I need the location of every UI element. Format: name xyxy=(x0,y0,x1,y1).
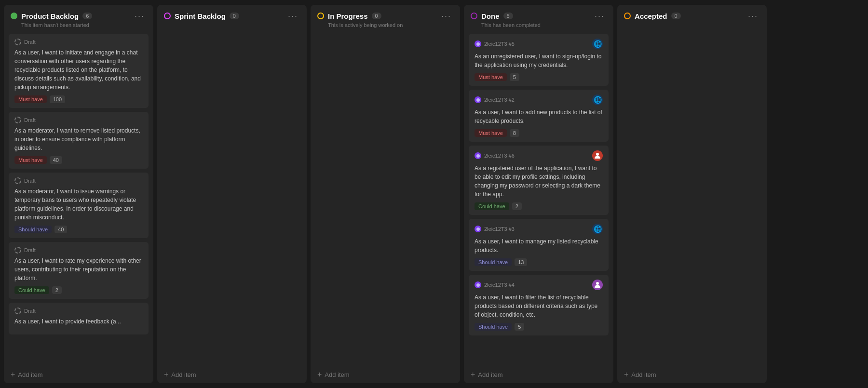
card[interactable]: 2leic12T3 #4As a user, I want to filter … xyxy=(469,275,609,335)
column-more-button[interactable]: ··· xyxy=(593,12,607,20)
add-item-label: Add item xyxy=(171,371,196,378)
card-avatar xyxy=(592,150,603,161)
card[interactable]: DraftAs a moderator, I want to remove li… xyxy=(9,112,149,169)
card-status: Draft xyxy=(24,178,36,184)
card[interactable]: 2leic12T3 #5🌐As an unregistered user, I … xyxy=(469,34,609,86)
points-badge: 40 xyxy=(50,156,62,164)
plus-icon: + xyxy=(471,371,475,378)
card-body: As a user, I want to initiate and engage… xyxy=(14,48,143,92)
add-item-button[interactable]: +Add item xyxy=(311,366,460,383)
add-item-button[interactable]: +Add item xyxy=(464,366,613,383)
add-item-label: Add item xyxy=(325,371,349,378)
column-more-button[interactable]: ··· xyxy=(133,12,147,20)
column-in-progress: In Progress0···This is actively being wo… xyxy=(311,5,460,383)
column-title-row: Sprint Backlog0··· xyxy=(164,12,300,20)
card-body: As an unregistered user, I want to sign-… xyxy=(475,52,603,69)
points-badge: 2 xyxy=(512,202,522,210)
column-title-row: Done5··· xyxy=(471,12,607,20)
status-dot xyxy=(471,13,477,19)
column-title-row: Product Backlog6··· xyxy=(11,12,147,20)
cards-container: 2leic12T3 #5🌐As an unregistered user, I … xyxy=(464,32,613,366)
add-item-button[interactable]: +Add item xyxy=(157,366,307,383)
column-more-button[interactable]: ··· xyxy=(439,12,453,20)
card-body: As a user, I want to rate my experience … xyxy=(14,256,143,282)
card-avatar: 🌐 xyxy=(592,39,603,49)
card-id-icon xyxy=(475,281,481,288)
points-badge: 5 xyxy=(515,323,524,331)
column-count: 0 xyxy=(671,13,681,19)
draft-icon xyxy=(14,308,21,314)
card-id-icon xyxy=(475,152,481,159)
draft-icon xyxy=(14,117,21,123)
card[interactable]: DraftAs a user, I want to provide feedba… xyxy=(9,303,149,334)
plus-icon: + xyxy=(624,371,628,378)
cards-container xyxy=(157,26,307,366)
status-dot xyxy=(11,13,17,19)
column-title: Sprint Backlog xyxy=(175,12,226,20)
card[interactable]: 2leic12T3 #3🌐As a user, I want to manage… xyxy=(469,219,609,271)
column-header-in-progress: In Progress0···This is actively being wo… xyxy=(311,5,460,32)
card-body: As a user, I want to add new products to… xyxy=(475,108,603,125)
points-badge: 2 xyxy=(52,286,62,294)
column-header-done: Done5···This has been completed xyxy=(464,5,613,32)
column-count: 0 xyxy=(230,13,239,19)
add-item-button[interactable]: +Add item xyxy=(617,366,767,383)
column-accepted: Accepted0···+Add item xyxy=(617,5,767,383)
column-count: 6 xyxy=(82,13,92,19)
column-product-backlog: Product Backlog6···This item hasn't been… xyxy=(4,5,153,383)
points-badge: 8 xyxy=(510,129,519,137)
card-id: 2leic12T3 #6 xyxy=(484,153,515,159)
priority-tag: Must have xyxy=(475,129,507,137)
card[interactable]: 2leic12T3 #6As a registered user of the … xyxy=(469,146,609,215)
card-id-icon xyxy=(475,96,481,103)
draft-icon xyxy=(14,39,21,45)
priority-tag: Should have xyxy=(475,258,512,266)
card-id: 2leic12T3 #5 xyxy=(484,41,515,47)
column-title-row: Accepted0··· xyxy=(624,12,760,20)
points-badge: 5 xyxy=(510,73,519,81)
column-header-accepted: Accepted0··· xyxy=(617,5,767,26)
status-dot xyxy=(164,13,171,19)
column-more-button[interactable]: ··· xyxy=(286,12,300,20)
column-title-row: In Progress0··· xyxy=(317,12,453,20)
card-id: 2leic12T3 #3 xyxy=(484,226,515,232)
card-body: As a user, I want to provide feedback (a… xyxy=(14,317,143,326)
cards-container: DraftAs a user, I want to initiate and e… xyxy=(4,32,153,366)
card-id-icon xyxy=(475,40,481,47)
priority-tag: Could have xyxy=(14,286,49,294)
card-status: Draft xyxy=(24,308,36,314)
card[interactable]: DraftAs a user, I want to rate my experi… xyxy=(9,242,149,299)
card-body: As a registered user of the application,… xyxy=(475,164,603,199)
svg-point-0 xyxy=(596,153,599,156)
card-avatar: 🌐 xyxy=(592,224,603,234)
draft-icon xyxy=(14,247,21,254)
points-badge: 100 xyxy=(50,95,65,103)
plus-icon: + xyxy=(164,371,168,378)
add-item-button[interactable]: +Add item xyxy=(4,366,153,383)
priority-tag: Must have xyxy=(475,73,507,81)
priority-tag: Must have xyxy=(14,95,47,103)
card-id: 2leic12T3 #4 xyxy=(484,282,515,288)
card-status: Draft xyxy=(24,39,36,45)
card-body: As a moderator, I want to issue warnings… xyxy=(14,187,143,222)
card-status: Draft xyxy=(24,117,36,123)
card-body: As a moderator, I want to remove listed … xyxy=(14,126,143,152)
add-item-label: Add item xyxy=(631,371,656,378)
draft-icon xyxy=(14,177,21,184)
priority-tag: Should have xyxy=(14,226,52,233)
kanban-board: Product Backlog6···This item hasn't been… xyxy=(0,0,868,388)
svg-point-1 xyxy=(596,282,599,285)
card[interactable]: DraftAs a user, I want to initiate and e… xyxy=(9,34,149,108)
card[interactable]: 2leic12T3 #2🌐As a user, I want to add ne… xyxy=(469,90,609,142)
add-item-label: Add item xyxy=(478,371,502,378)
column-sprint-backlog: Sprint Backlog0···+Add item xyxy=(157,5,307,383)
column-more-button[interactable]: ··· xyxy=(746,12,760,20)
priority-tag: Should have xyxy=(475,323,512,331)
cards-container xyxy=(311,32,460,366)
plus-icon: + xyxy=(11,371,15,378)
column-count: 5 xyxy=(503,13,513,19)
priority-tag: Could have xyxy=(475,202,509,210)
column-title: In Progress xyxy=(328,12,368,20)
column-subtitle: This item hasn't been started xyxy=(21,22,147,28)
card[interactable]: DraftAs a moderator, I want to issue war… xyxy=(9,173,149,238)
